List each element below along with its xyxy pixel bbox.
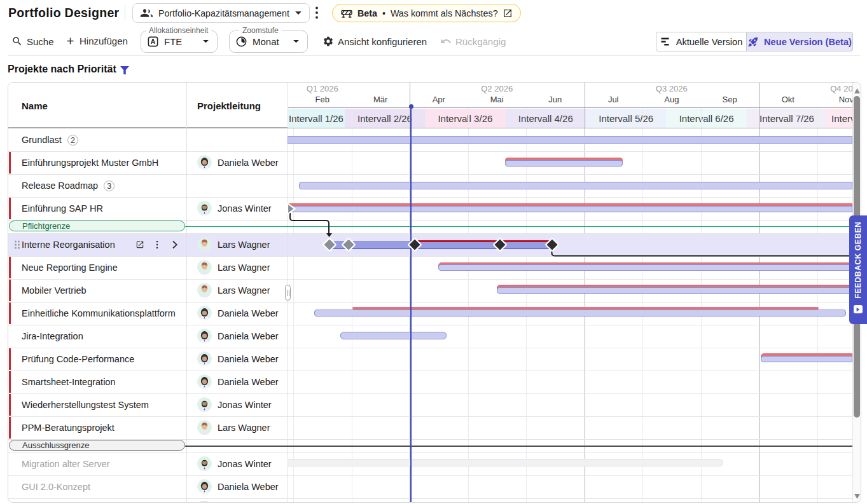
svg-text:A: A [151,38,156,45]
